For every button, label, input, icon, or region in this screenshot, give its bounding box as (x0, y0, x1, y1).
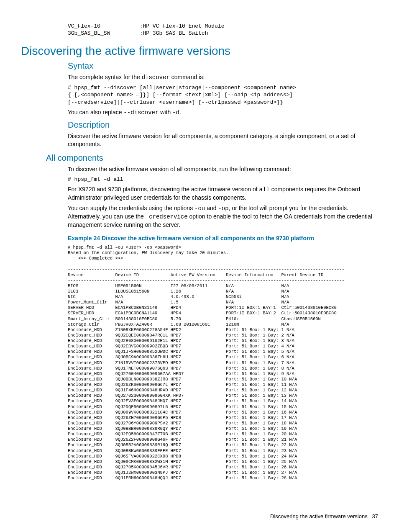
text: You can supply the credentials using the… (68, 205, 194, 211)
allcomp-p2: For X9720 and 9730 platforms, discoverin… (68, 185, 378, 202)
example-title: Example 24 Discover the active firmware … (68, 235, 378, 242)
syntax-intro: The complete syntax for the discover com… (68, 73, 378, 82)
top-code-block: VC_Flex-10 :HP VC Flex-10 Enet Module 3G… (21, 23, 378, 37)
text: The complete syntax for the (68, 74, 142, 80)
document-page: VC_Flex-10 :HP VC Flex-10 Enet Module 3G… (0, 0, 399, 532)
allcomp-cmd: # hpsp_fmt –d all (68, 176, 378, 183)
all-components-heading: All components (46, 153, 378, 163)
code-inline: -ou (194, 205, 205, 212)
page-title: Discovering the active firmware versions (21, 44, 378, 58)
text: with (159, 109, 172, 116)
text: You can also replace (68, 109, 123, 116)
code-inline: discover (142, 74, 170, 81)
description-text: Discover the active firmware version for… (68, 132, 378, 148)
footer-text: Discovering the active firmware versions (270, 513, 368, 519)
allcomp-p3: You can supply the credentials using the… (68, 204, 378, 229)
description-heading: Description (68, 120, 378, 130)
allcomp-p1: To discover the active firmware version … (68, 165, 378, 173)
horizontal-rule (21, 40, 378, 40)
text: command is: (170, 74, 205, 80)
syntax-code: # hpsp_fmt --discover [all|server|storag… (68, 84, 378, 106)
code-inline: -d (172, 109, 179, 116)
example-output: # hpsp_fmt -d all –ou <user> -op <passwo… (68, 245, 378, 481)
text: . (179, 109, 181, 116)
text: For X9720 and 9730 platforms, discoverin… (68, 186, 259, 193)
syntax-heading: Syntax (68, 61, 378, 71)
page-number: 37 (372, 513, 378, 519)
syntax-note: You can also replace --discover with -d. (68, 108, 378, 117)
code-inline: -op (218, 205, 228, 212)
code-inline: --discover (123, 109, 159, 116)
page-footer: Discovering the active firmware versions… (270, 513, 378, 519)
text: and (205, 205, 218, 211)
code-inline: all (259, 186, 270, 193)
code-inline: –credservice (146, 213, 188, 220)
